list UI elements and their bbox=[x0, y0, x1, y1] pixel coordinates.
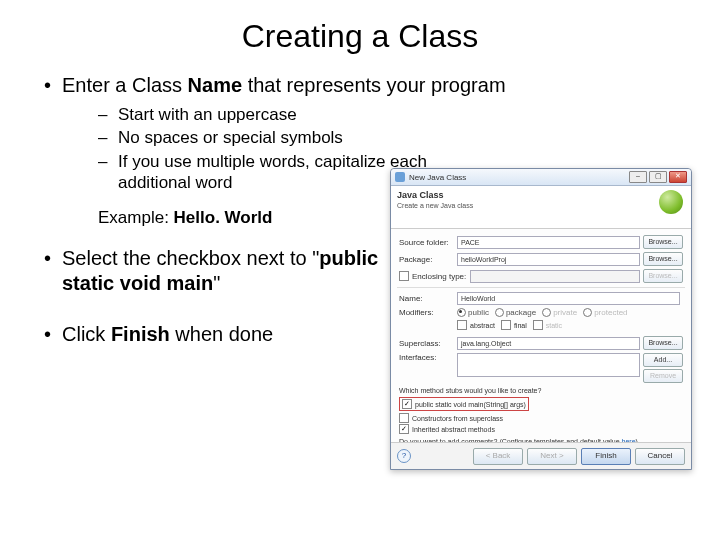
dialog-banner: Java Class Create a new Java class bbox=[391, 186, 691, 229]
label-name: Name: bbox=[399, 294, 457, 303]
dialog-titlebar[interactable]: New Java Class – ▢ ✕ bbox=[391, 169, 691, 186]
radio-protected: protected bbox=[583, 308, 627, 317]
radio-public[interactable]: public bbox=[457, 308, 489, 317]
stubs-question: Which method stubs would you like to cre… bbox=[399, 387, 683, 394]
radio-private: private bbox=[542, 308, 577, 317]
b2-pre: Select the checkbox next to " bbox=[62, 247, 319, 269]
check-inherited[interactable]: Inherited abstract methods bbox=[399, 424, 683, 434]
label-modifiers: Modifiers: bbox=[399, 308, 457, 317]
b3-bold: Finish bbox=[111, 323, 170, 345]
class-name-field[interactable]: HelloWorld bbox=[457, 292, 680, 305]
enclosing-checkbox[interactable] bbox=[399, 271, 409, 281]
example-line: Example: Hello. World bbox=[98, 207, 438, 228]
b1-post: that represents your program bbox=[242, 74, 505, 96]
label-enclosing: Enclosing type: bbox=[412, 272, 466, 281]
b3-post: when done bbox=[170, 323, 273, 345]
check-main-method[interactable]: public static void main(String[] args) bbox=[399, 397, 529, 411]
example-value: Hello. World bbox=[174, 208, 273, 227]
sub-list: Start with an uppercase No spaces or spe… bbox=[98, 104, 438, 193]
label-interfaces: Interfaces: bbox=[399, 353, 457, 362]
new-class-dialog: New Java Class – ▢ ✕ Java Class Create a… bbox=[390, 168, 692, 470]
superclass-field[interactable]: java.lang.Object bbox=[457, 337, 640, 350]
back-button: < Back bbox=[473, 448, 523, 465]
class-icon bbox=[659, 190, 683, 214]
bullet-2: Select the checkbox next to "public stat… bbox=[40, 246, 402, 296]
check-abstract[interactable]: abstract bbox=[457, 320, 495, 330]
b2-post: " bbox=[213, 272, 220, 294]
check-final[interactable]: final bbox=[501, 320, 527, 330]
minimize-button[interactable]: – bbox=[629, 171, 647, 183]
app-icon bbox=[395, 172, 405, 182]
browse-package-button[interactable]: Browse... bbox=[643, 252, 683, 266]
example-label: Example: bbox=[98, 208, 174, 227]
finish-button[interactable]: Finish bbox=[581, 448, 631, 465]
radio-package[interactable]: package bbox=[495, 308, 536, 317]
banner-subtitle: Create a new Java class bbox=[397, 202, 473, 209]
maximize-button[interactable]: ▢ bbox=[649, 171, 667, 183]
enclosing-field bbox=[470, 270, 640, 283]
source-folder-field[interactable]: PACE bbox=[457, 236, 640, 249]
cancel-button[interactable]: Cancel bbox=[635, 448, 685, 465]
close-button[interactable]: ✕ bbox=[669, 171, 687, 183]
check-constructors[interactable]: Constructors from superclass bbox=[399, 413, 683, 423]
browse-superclass-button[interactable]: Browse... bbox=[643, 336, 683, 350]
sub-2: No spaces or special symbols bbox=[98, 127, 438, 148]
browse-source-button[interactable]: Browse... bbox=[643, 235, 683, 249]
interfaces-list[interactable] bbox=[457, 353, 640, 377]
modifier-row-1: public package private protected bbox=[457, 308, 683, 317]
label-source: Source folder: bbox=[399, 238, 457, 247]
remove-interface-button: Remove bbox=[643, 369, 683, 383]
sub-3: If you use multiple words, capitalize ea… bbox=[98, 151, 438, 194]
dialog-footer: ? < Back Next > Finish Cancel bbox=[391, 442, 691, 469]
window-title: New Java Class bbox=[409, 173, 466, 182]
browse-enclosing-button: Browse... bbox=[643, 269, 683, 283]
next-button: Next > bbox=[527, 448, 577, 465]
label-package: Package: bbox=[399, 255, 457, 264]
b1-bold: Name bbox=[188, 74, 242, 96]
package-field[interactable]: helloWorldProj bbox=[457, 253, 640, 266]
add-interface-button[interactable]: Add... bbox=[643, 353, 683, 367]
banner-title: Java Class bbox=[397, 190, 444, 200]
bullet-3: Click Finish when done bbox=[40, 322, 402, 347]
b1-pre: Enter a Class bbox=[62, 74, 188, 96]
b3-pre: Click bbox=[62, 323, 111, 345]
help-icon[interactable]: ? bbox=[397, 449, 411, 463]
check-static: static bbox=[533, 320, 562, 330]
label-superclass: Superclass: bbox=[399, 339, 457, 348]
slide-title: Creating a Class bbox=[40, 18, 680, 55]
sub-1: Start with an uppercase bbox=[98, 104, 438, 125]
modifier-row-2: abstract final static bbox=[457, 319, 683, 331]
